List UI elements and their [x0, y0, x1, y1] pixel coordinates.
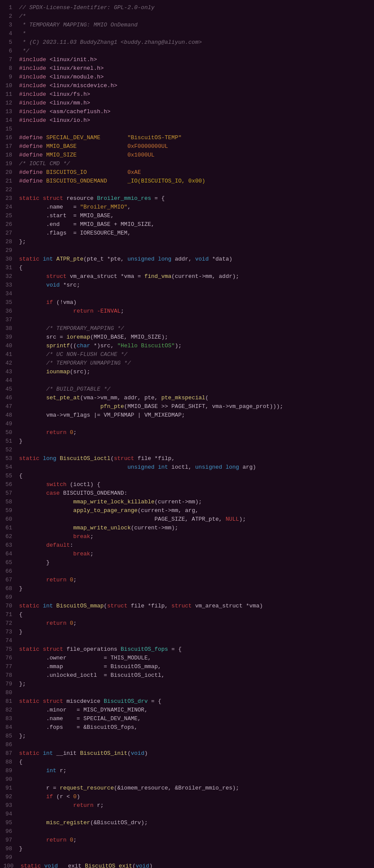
line-32: 32 struct vm_area_struct *vma = find_vma…	[0, 272, 374, 281]
line-22: 22	[0, 186, 374, 194]
line-11: 11 #include <linux/fs.h>	[0, 90, 374, 99]
code-editor: 1 // SPDX-License-Identifier: GPL-2.0-on…	[0, 0, 374, 868]
line-95: 95 misc_register(&BiscuitOS_drv);	[0, 819, 374, 827]
line-2: 2 /*	[0, 12, 374, 21]
line-26: 26 .end = MMIO_BASE + MMIO_SIZE,	[0, 220, 374, 229]
line-98: 98 }	[0, 845, 374, 853]
line-73: 73 }	[0, 628, 374, 636]
line-66: 66	[0, 567, 374, 576]
line-74: 74	[0, 636, 374, 645]
line-42: 42 /* TEMPORARY UNMAPPING */	[0, 359, 374, 368]
line-4: 4 *	[0, 29, 374, 38]
line-25: 25 .start = MMIO_BASE,	[0, 212, 374, 220]
line-77: 77 .mmap = BiscuitOS_mmap,	[0, 662, 374, 671]
line-44: 44	[0, 376, 374, 385]
line-10: 10 #include <linux/miscdevice.h>	[0, 82, 374, 90]
line-33: 33 void *src;	[0, 281, 374, 290]
line-75: 75 static struct file_operations Biscuit…	[0, 645, 374, 654]
line-54: 54 unsigned int ioctl, unsigned long arg…	[0, 463, 374, 472]
line-49: 49	[0, 420, 374, 428]
line-85: 85 };	[0, 732, 374, 741]
line-38: 38 /* TEMPORARY_MAPPING */	[0, 324, 374, 333]
line-5: 5 * (C) 2023.11.03 BuddyZhang1 <buddy.zh…	[0, 38, 374, 47]
line-23: 23 static struct resource Broiler_mmio_r…	[0, 194, 374, 203]
line-97: 97 return 0;	[0, 836, 374, 845]
line-8: 8 #include <linux/kernel.h>	[0, 64, 374, 73]
line-17: 17 #define MMIO_BASE 0xF0000000UL	[0, 142, 374, 151]
line-6: 6 */	[0, 47, 374, 55]
line-31: 31 {	[0, 264, 374, 272]
line-39: 39 src = ioremap(MMIO_BASE, MMIO_SIZE);	[0, 333, 374, 342]
line-96: 96	[0, 827, 374, 836]
line-30: 30 static int ATPR_pte(pte_t *pte, unsig…	[0, 255, 374, 264]
line-40: 40 sprintf((char *)src, "Hello BiscuitOS…	[0, 342, 374, 350]
line-19: 19 /* IOCTL CMD */	[0, 160, 374, 168]
line-12: 12 #include <linux/mm.h>	[0, 99, 374, 108]
line-86: 86	[0, 741, 374, 749]
line-67: 67 return 0;	[0, 576, 374, 584]
line-18: 18 #define MMIO_SIZE 0x1000UL	[0, 151, 374, 160]
line-82: 82 .minor = MISC_DYNAMIC_MINOR,	[0, 706, 374, 715]
line-27: 27 .flags = IORESOURCE_MEM,	[0, 229, 374, 238]
line-69: 69	[0, 593, 374, 602]
line-93: 93 return r;	[0, 801, 374, 810]
line-14: 14 #include <linux/io.h>	[0, 116, 374, 125]
line-20: 20 #define BISCUITOS_IO 0xAE	[0, 168, 374, 177]
line-3: 3 * TEMPORARY MAPPING: MMIO OnDemand	[0, 21, 374, 29]
line-65: 65 }	[0, 558, 374, 567]
line-64: 64 break;	[0, 550, 374, 558]
line-92: 92 if (r < 0)	[0, 793, 374, 801]
line-55: 55 {	[0, 472, 374, 480]
line-87: 87 static int __init BiscuitOS_init(void…	[0, 749, 374, 758]
line-70: 70 static int BiscuitOS_mmap(struct file…	[0, 602, 374, 610]
line-61: 61 mmap_write_unlock(current->mm);	[0, 524, 374, 532]
line-90: 90	[0, 775, 374, 784]
line-60: 60 PAGE_SIZE, ATPR_pte, NULL);	[0, 515, 374, 524]
line-37: 37	[0, 316, 374, 324]
line-84: 84 .fops = &BiscuitOS_fops,	[0, 723, 374, 732]
line-35: 35 if (!vma)	[0, 298, 374, 307]
line-7: 7 #include <linux/init.h>	[0, 55, 374, 64]
line-47: 47 pfn_pte(MMIO_BASE >> PAGE_SHIFT, vma-…	[0, 402, 374, 411]
line-52: 52	[0, 446, 374, 454]
line-16: 16 #define SPECIAL_DEV_NAME "BiscuitOS-T…	[0, 134, 374, 142]
line-68: 68 }	[0, 584, 374, 593]
line-53: 53 static long BiscuitOS_ioctl(struct fi…	[0, 454, 374, 463]
line-13: 13 #include <asm/cacheflush.h>	[0, 108, 374, 116]
line-89: 89 int r;	[0, 767, 374, 775]
line-59: 59 apply_to_page_range(current->mm, arg,	[0, 506, 374, 515]
line-41: 41 /* UC NON-FLUSH CACHE */	[0, 350, 374, 359]
line-43: 43 iounmap(src);	[0, 368, 374, 376]
line-34: 34	[0, 290, 374, 298]
line-79: 79 };	[0, 680, 374, 689]
line-1: 1 // SPDX-License-Identifier: GPL-2.0-on…	[0, 3, 374, 12]
line-83: 83 .name = SPECIAL_DEV_NAME,	[0, 715, 374, 723]
line-78: 78 .unlocked_ioctl = BiscuitOS_ioctl,	[0, 671, 374, 680]
line-51: 51 }	[0, 437, 374, 446]
line-72: 72 return 0;	[0, 619, 374, 628]
line-71: 71 {	[0, 610, 374, 619]
line-81: 81 static struct miscdevice BiscuitOS_dr…	[0, 697, 374, 706]
line-28: 28 };	[0, 238, 374, 246]
line-63: 63 default:	[0, 541, 374, 550]
line-46: 46 set_pte_at(vma->vm_mm, addr, pte, pte…	[0, 394, 374, 402]
line-21: 21 #define BISCUITOS_ONDEMAND _IO(BISCUI…	[0, 177, 374, 186]
line-57: 57 case BISCUITOS_ONDEMAND:	[0, 489, 374, 498]
line-88: 88 {	[0, 758, 374, 767]
line-91: 91 r = request_resource(&iomem_resource,…	[0, 784, 374, 793]
line-76: 76 .owner = THIS_MODULE,	[0, 654, 374, 662]
line-99: 99	[0, 853, 374, 862]
line-94: 94	[0, 810, 374, 819]
line-24: 24 .name = "Broiler_MMIO",	[0, 203, 374, 212]
line-100: 100 static void __exit BiscuitOS_exit(vo…	[0, 862, 374, 868]
line-9: 9 #include <linux/module.h>	[0, 73, 374, 82]
line-56: 56 switch (ioctl) {	[0, 480, 374, 489]
line-58: 58 mmap_write_lock_killable(current->mm)…	[0, 498, 374, 506]
line-36: 36 return -EINVAL;	[0, 307, 374, 316]
line-50: 50 return 0;	[0, 428, 374, 437]
line-45: 45 /* BUILD_PGTABLE */	[0, 385, 374, 394]
line-29: 29	[0, 246, 374, 255]
line-80: 80	[0, 689, 374, 697]
line-15: 15	[0, 125, 374, 134]
line-62: 62 break;	[0, 532, 374, 541]
